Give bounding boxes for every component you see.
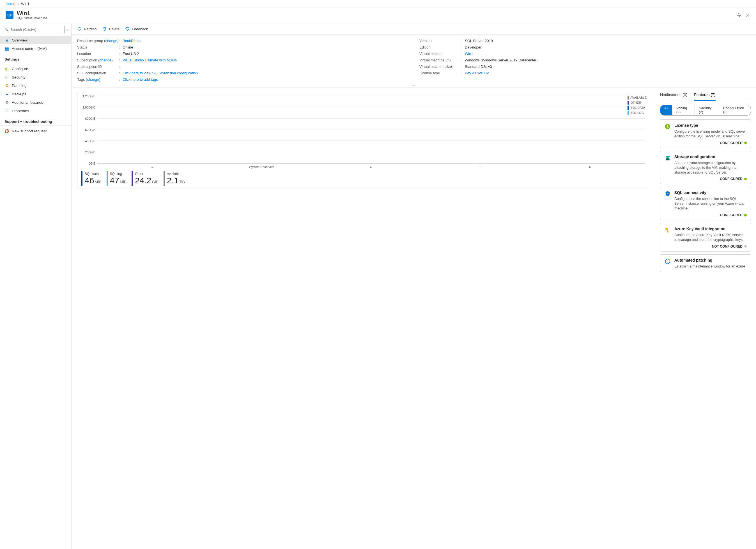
card-description: Configure the Azure Key Vault (AKV) serv… xyxy=(674,233,747,242)
svg-point-3 xyxy=(666,157,670,159)
ess-label: Subscription ID xyxy=(77,65,119,69)
y-tick: 800GiB xyxy=(85,117,95,120)
ess-label: Virtual machine xyxy=(419,52,461,56)
sidebar-item-label: Security xyxy=(12,75,26,79)
feature-card[interactable]: $License typeConfigure the licensing mod… xyxy=(660,120,751,148)
feature-card[interactable]: Automated patchingEstablish a maintenanc… xyxy=(660,254,751,272)
y-tick: 400GiB xyxy=(85,139,95,143)
vm-link[interactable]: Win1 xyxy=(465,52,473,56)
trash-icon xyxy=(102,27,107,31)
svg-point-9 xyxy=(665,259,670,264)
card-description: Configure the licensing model and SQL se… xyxy=(674,129,747,139)
sidebar-item-configure[interactable]: ◎ Configure xyxy=(0,65,71,73)
sidebar-item-iam[interactable]: 👥 Access control (IAM) xyxy=(0,44,71,53)
ess-label: Resource group (change) xyxy=(77,39,119,43)
pill-security[interactable]: Security (2) xyxy=(695,105,719,115)
sidebar-item-label: Configure xyxy=(12,67,28,71)
svg-point-4 xyxy=(666,159,670,160)
svg-rect-8 xyxy=(667,232,669,233)
shield-icon: 🛡 xyxy=(4,75,9,79)
sidebar-item-patching[interactable]: ⚙ Patching xyxy=(0,81,71,90)
shield-icon xyxy=(664,190,671,197)
ess-value-vmsize: Standard D2s v3 xyxy=(465,65,750,69)
legend-item: SQL DATA xyxy=(628,105,647,110)
sidebar-collapse-icon[interactable]: « xyxy=(66,27,68,32)
pill-pricing[interactable]: Pricing (2) xyxy=(672,105,695,115)
change-subscription-link[interactable]: change xyxy=(100,58,112,62)
card-description: Establish a maintenance window for an Az… xyxy=(674,264,747,269)
sidebar-item-properties[interactable]: ⸬ Properties xyxy=(0,107,71,115)
pill-all[interactable]: All xyxy=(660,105,672,115)
card-description: Configuration the connection to the SQL … xyxy=(674,197,747,211)
resource-group-link[interactable]: BookDemo xyxy=(123,39,141,43)
sidebar-item-label: Overview xyxy=(12,38,27,42)
close-icon[interactable] xyxy=(745,12,750,18)
sidebar-item-new-support-request[interactable]: 🛟 New support request xyxy=(0,127,71,135)
feedback-button[interactable]: Feedback xyxy=(125,27,148,31)
ess-label: Location xyxy=(77,52,119,56)
delete-button[interactable]: Delete xyxy=(102,27,120,31)
chevron-up-icon[interactable]: ︽ xyxy=(411,82,417,87)
sidebar-item-security[interactable]: 🛡 Security xyxy=(0,73,71,81)
tab-notifications[interactable]: Notifications (0) xyxy=(660,91,687,101)
refresh-icon xyxy=(77,27,82,31)
toolbar-label: Feedback xyxy=(132,27,148,31)
y-tick: 0GiB xyxy=(89,162,95,165)
change-resource-group-link[interactable]: change xyxy=(105,39,117,43)
ess-label: Version xyxy=(419,39,461,43)
heart-icon xyxy=(125,27,130,31)
feature-card[interactable]: SQL connectivityConfiguration the connec… xyxy=(660,187,751,220)
breadcrumb-current: Win1 xyxy=(21,2,29,6)
svg-text:$: $ xyxy=(667,125,668,129)
sql-vm-icon xyxy=(6,11,13,19)
ess-value-status: Online xyxy=(123,45,408,49)
toolbar-label: Refresh xyxy=(84,27,97,31)
gear-icon: ⚙ xyxy=(4,83,9,88)
ess-label: Virtual machine size xyxy=(419,65,461,69)
x-label: F xyxy=(426,164,536,169)
breadcrumb-home[interactable]: Home xyxy=(6,2,15,6)
storage-chart: 0GiB200GiB400GiB600GiB800GiB1,000GiB1,20… xyxy=(77,92,649,189)
feature-card[interactable]: Storage configurationAutomate your stora… xyxy=(660,151,751,184)
metric: Available2.1TiB xyxy=(164,171,185,186)
sidebar-section-support: Support + troubleshooting xyxy=(0,115,71,126)
card-title: Storage configuration xyxy=(674,155,747,159)
change-tags-link[interactable]: change xyxy=(87,77,99,82)
status-badge: CONFIGURED xyxy=(674,177,747,181)
card-description: Automate your storage configuration by a… xyxy=(674,161,747,175)
y-tick: 1,000GiB xyxy=(82,106,95,109)
feature-card[interactable]: Azure Key Vault integrationConfigure the… xyxy=(660,223,751,252)
x-label: D xyxy=(535,164,645,169)
sidebar-item-additional-features[interactable]: ⚙ Additional features xyxy=(0,98,71,107)
toolbar: Refresh Delete Feedback xyxy=(72,23,756,35)
metric: SQL data46MiB xyxy=(81,171,102,186)
support-icon: 🛟 xyxy=(4,129,9,133)
cloud-icon: ☁ xyxy=(4,92,9,96)
x-label: C xyxy=(316,164,426,169)
license-type-link[interactable]: Pay As You Go xyxy=(465,71,489,75)
sql-config-link[interactable]: Click here to view SQL extension configu… xyxy=(123,71,198,75)
ess-label: SQL configuration xyxy=(77,71,119,75)
add-tags-link[interactable]: Click here to add tags xyxy=(123,77,158,82)
search-input[interactable] xyxy=(3,26,65,33)
status-badge: CONFIGURED xyxy=(674,213,747,217)
tab-features[interactable]: Features (7) xyxy=(694,91,715,101)
x-label: G xyxy=(97,164,207,169)
sidebar-item-overview[interactable]: 🖥 Overview xyxy=(0,36,71,44)
legend-item: OTHER xyxy=(628,100,647,105)
card-title: Automated patching xyxy=(674,258,747,263)
sidebar-item-backups[interactable]: ☁ Backups xyxy=(0,90,71,98)
status-badge: NOT CONFIGURED xyxy=(674,245,747,249)
sidebar-item-label: Patching xyxy=(12,84,27,88)
legend-item: SQL LOG xyxy=(628,110,647,115)
monitor-icon: 🖥 xyxy=(4,38,9,42)
metric: Other24.2GiB xyxy=(132,171,158,186)
status-badge: CONFIGURED xyxy=(674,141,747,145)
refresh-button[interactable]: Refresh xyxy=(77,27,97,31)
pin-icon[interactable] xyxy=(736,12,742,18)
disks-icon xyxy=(664,155,671,161)
page-subtitle: SQL virtual machine xyxy=(17,16,736,20)
toolbar-label: Delete xyxy=(109,27,120,31)
pill-configuration[interactable]: Configuration (3) xyxy=(719,105,751,115)
subscription-link[interactable]: Visual Studio Ultimate with MSDN xyxy=(123,58,178,62)
